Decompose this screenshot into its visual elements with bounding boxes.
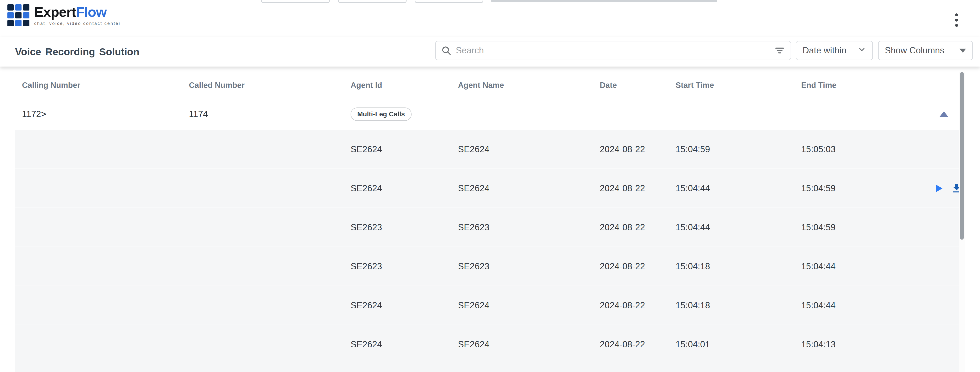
dropdown-caret-icon [959, 49, 966, 53]
group-row[interactable]: 1172> 1174 Multi-Leg Calls [15, 98, 959, 130]
row-end-time: 15:04:44 [801, 262, 933, 271]
cropped-ui-artifact [261, 0, 330, 3]
play-icon[interactable] [933, 183, 944, 194]
row-end-time: 15:04:44 [801, 300, 933, 310]
table-row[interactable]: SE2624 SE2624 2024-08-22 15:04:44 15:04:… [15, 169, 959, 208]
search-icon [441, 45, 452, 56]
row-start-time: 15:04:44 [676, 222, 801, 232]
row-agent-id: SE2623 [351, 222, 458, 232]
brand-tagline: chat, voice, video contact center [34, 21, 121, 26]
table-scrollbar[interactable] [959, 72, 965, 372]
search-box[interactable] [435, 41, 791, 60]
row-agent-name: SE2624 [458, 184, 600, 193]
row-start-time: 15:04:44 [676, 184, 801, 193]
row-agent-id: SE2624 [351, 339, 458, 350]
row-date: 2024-08-22 [600, 300, 676, 310]
date-within-select[interactable]: Date within [796, 41, 873, 60]
column-header-date: Date [600, 81, 676, 90]
partial-row [15, 364, 959, 372]
row-agent-name: SE2624 [458, 300, 600, 310]
expertflow-logo-text: ExpertFlow chat, voice, video contact ce… [34, 4, 121, 26]
row-start-time: 15:04:59 [676, 144, 801, 155]
date-within-label: Date within [803, 45, 846, 56]
row-agent-name: SE2623 [458, 222, 600, 232]
column-header-end-time: End Time [801, 81, 933, 90]
brand-name-primary: Expert [34, 4, 76, 20]
row-agent-id: SE2624 [351, 184, 458, 193]
column-header-agent-name: Agent Name [458, 81, 600, 90]
row-date: 2024-08-22 [600, 144, 676, 155]
multi-leg-calls-badge: Multi-Leg Calls [351, 107, 412, 121]
kebab-menu-icon[interactable] [954, 12, 959, 28]
row-start-time: 15:04:18 [676, 262, 801, 271]
expertflow-logo-icon [7, 4, 29, 26]
row-end-time: 15:04:13 [801, 339, 933, 350]
scrollbar-thumb[interactable] [960, 72, 964, 239]
row-agent-name: SE2624 [458, 339, 600, 350]
table-body: SE2624 SE2624 2024-08-22 15:04:59 15:05:… [15, 130, 959, 364]
row-end-time: 15:04:59 [801, 222, 933, 232]
show-columns-button[interactable]: Show Columns [878, 41, 973, 60]
table-row[interactable]: SE2623 SE2623 2024-08-22 15:04:44 15:04:… [15, 208, 959, 247]
row-agent-id: SE2623 [351, 262, 458, 271]
row-date: 2024-08-22 [600, 222, 676, 232]
column-header-agent-id: Agent Id [351, 81, 458, 90]
row-date: 2024-08-22 [600, 339, 676, 350]
row-agent-id: SE2624 [351, 144, 458, 155]
row-agent-name: SE2624 [458, 144, 600, 155]
cropped-ui-artifact [415, 0, 483, 3]
filter-list-icon[interactable] [774, 45, 785, 56]
app-root: ExpertFlow chat, voice, video contact ce… [0, 0, 980, 372]
table-row[interactable]: SE2624 SE2624 2024-08-22 15:04:18 15:04:… [15, 286, 959, 325]
group-calling-number: 1172> [22, 109, 189, 119]
column-header-called-number: Called Number [189, 81, 351, 90]
chevron-down-icon [858, 45, 866, 56]
row-agent-id: SE2624 [351, 300, 458, 310]
cropped-ui-artifact [338, 0, 407, 3]
table-row[interactable]: SE2624 SE2624 2024-08-22 15:04:01 15:04:… [15, 325, 959, 364]
table-header-row: Calling Number Called Number Agent Id Ag… [15, 72, 959, 98]
row-end-time: 15:04:59 [801, 184, 933, 193]
column-header-start-time: Start Time [676, 81, 801, 90]
row-end-time: 15:05:03 [801, 144, 933, 155]
page-title: Voice Recording Solution [15, 37, 139, 67]
row-agent-name: SE2623 [458, 262, 600, 271]
table-row[interactable]: SE2623 SE2623 2024-08-22 15:04:18 15:04:… [15, 247, 959, 286]
expertflow-logo: ExpertFlow chat, voice, video contact ce… [7, 4, 121, 26]
row-start-time: 15:04:18 [676, 300, 801, 310]
collapse-arrow-icon[interactable] [939, 111, 948, 117]
brand-name-accent: Flow [76, 4, 107, 20]
row-date: 2024-08-22 [600, 184, 676, 193]
table-row[interactable]: SE2624 SE2624 2024-08-22 15:04:59 15:05:… [15, 130, 959, 169]
cropped-ui-artifact [491, 0, 717, 2]
row-date: 2024-08-22 [600, 262, 676, 271]
recordings-table: Calling Number Called Number Agent Id Ag… [15, 72, 965, 372]
group-called-number: 1174 [189, 109, 351, 119]
search-input[interactable] [456, 45, 770, 56]
row-start-time: 15:04:01 [676, 339, 801, 350]
column-header-calling-number: Calling Number [22, 81, 189, 90]
show-columns-label: Show Columns [885, 45, 944, 56]
